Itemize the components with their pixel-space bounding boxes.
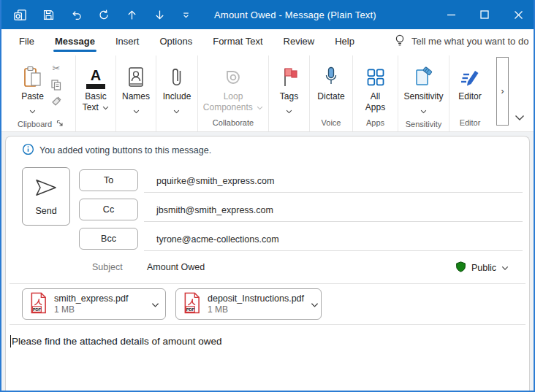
bcc-input[interactable]: tyrone@acme-collections.com (144, 228, 523, 251)
subject-divider (10, 283, 525, 284)
minimize-button[interactable] (434, 0, 468, 29)
ribbon-group-basic-text: A Basic Text (76, 55, 116, 131)
copy-icon[interactable] (49, 78, 64, 91)
editor-pen-icon (459, 60, 481, 89)
cut-icon[interactable]: ✂ (49, 61, 64, 74)
tab-insert[interactable]: Insert (114, 29, 141, 53)
attachment-size: 1 MB (54, 304, 128, 315)
sensitivity-icon (413, 60, 435, 89)
tab-review[interactable]: Review (282, 29, 316, 53)
sensitivity-badge[interactable]: Public (455, 261, 509, 275)
tab-help[interactable]: Help (333, 29, 356, 53)
include-button[interactable]: Include (159, 58, 195, 118)
pdf-icon: PDF (29, 292, 48, 317)
subject-input[interactable]: Amount Owed (147, 262, 205, 272)
tell-me-label: Tell me what you want to do (411, 36, 528, 47)
cc-button[interactable]: Cc (79, 199, 138, 220)
text-cursor (10, 335, 11, 347)
attachment-name: smith_express.pdf (54, 293, 128, 304)
voting-infobar: You added voting buttons to this message… (22, 143, 211, 158)
tab-message[interactable]: Message (53, 29, 96, 53)
compose-area: You added voting buttons to this message… (5, 136, 530, 391)
chevron-down-icon[interactable] (151, 298, 159, 311)
ribbon-group-apps: AllApps Apps (353, 55, 398, 131)
apps-grid-icon (365, 60, 386, 89)
format-painter-icon[interactable] (49, 95, 64, 108)
tell-me-box[interactable]: Tell me what you want to do (394, 34, 528, 49)
save-icon[interactable] (42, 9, 55, 21)
chevron-down-icon (257, 106, 263, 110)
svg-text:PDF: PDF (33, 307, 42, 312)
paperclip-icon (169, 60, 185, 89)
redo-icon[interactable] (98, 9, 110, 21)
paste-button[interactable]: Paste (18, 58, 48, 118)
svg-text:PDF: PDF (186, 307, 195, 312)
maximize-button[interactable] (468, 0, 501, 29)
attachment-name: deposit_Instructions.pdf (208, 293, 304, 304)
to-button[interactable]: To (79, 169, 138, 191)
undo-icon[interactable] (70, 9, 83, 21)
chevron-down-icon (102, 106, 109, 110)
ribbon-more-button[interactable]: › (496, 57, 509, 126)
subject-label: Subject (92, 262, 123, 272)
send-icon (32, 177, 60, 200)
message-body-text: Please find the attached details of amou… (12, 336, 221, 347)
tab-format-text[interactable]: Format Text (211, 29, 264, 53)
chevron-down-icon[interactable] (311, 298, 319, 311)
sensitivity-button[interactable]: Sensitivity (400, 58, 447, 118)
infobar-message: You added voting buttons to this message… (39, 145, 211, 155)
chevron-down-icon (420, 104, 427, 117)
ribbon-tab-bar: File Message Insert Options Format Text … (1, 29, 534, 53)
chevron-down-icon (173, 104, 180, 117)
tab-file[interactable]: File (18, 29, 36, 53)
outlook-app-icon (13, 8, 27, 22)
cc-input[interactable]: jbsmith@smith_express.com (144, 199, 523, 222)
tab-options[interactable]: Options (158, 29, 194, 53)
attachment-card[interactable]: PDF smith_express.pdf 1 MB (22, 288, 166, 320)
message-body[interactable]: Please find the attached details of amou… (10, 335, 221, 347)
shield-icon (455, 261, 466, 275)
chevron-down-icon (29, 104, 36, 117)
info-icon (22, 143, 34, 158)
all-apps-button[interactable]: AllApps (362, 58, 390, 115)
close-button[interactable] (501, 0, 535, 29)
ribbon: Paste ✂ Clipboard (1, 53, 534, 132)
ribbon-group-voice: Dictate Voice (310, 55, 353, 131)
ribbon-group-tags: Tags (269, 55, 310, 131)
voice-group-label: Voice (322, 118, 341, 127)
basic-text-button[interactable]: A Basic Text (79, 58, 113, 115)
move-down-icon[interactable] (153, 9, 166, 21)
tags-button[interactable]: Tags (276, 58, 303, 118)
send-button[interactable]: Send (22, 167, 70, 226)
window-title: Amount Owed - Message (Plain Text) (214, 9, 376, 20)
attachments-divider (10, 324, 525, 325)
microphone-icon (322, 60, 341, 89)
attachment-card[interactable]: PDF deposit_Instructions.pdf 1 MB (175, 288, 322, 320)
apps-group-label: Apps (366, 118, 384, 127)
to-input[interactable]: pquirke@smith_express.com (144, 169, 523, 193)
loop-components-icon (221, 60, 245, 89)
paste-icon (22, 60, 44, 89)
send-label: Send (35, 206, 56, 216)
customize-quick-access-icon[interactable] (181, 10, 191, 20)
sensitivity-group-label: Sensitivity (406, 120, 442, 128)
loop-components-button: Loop Components (200, 58, 267, 115)
bcc-button[interactable]: Bcc (79, 228, 138, 250)
contact-card-icon (126, 60, 145, 89)
sensitivity-badge-label: Public (471, 263, 496, 273)
titlebar: Amount Owed - Message (Plain Text) (0, 0, 535, 29)
move-up-icon[interactable] (126, 9, 138, 21)
clipboard-dialog-launcher-icon[interactable] (56, 120, 64, 128)
editor-button[interactable]: Editor (455, 58, 485, 104)
quick-access-toolbar (13, 8, 191, 22)
collaborate-group-label: Collaborate (213, 118, 254, 127)
editor-group-label: Editor (460, 118, 481, 127)
names-button[interactable]: Names (118, 58, 153, 118)
dictate-button[interactable]: Dictate (314, 58, 348, 104)
collapse-ribbon-icon[interactable] (515, 111, 525, 124)
attachment-size: 1 MB (208, 304, 304, 315)
flag-icon (280, 60, 299, 89)
chevron-down-icon (501, 263, 509, 273)
chevron-down-icon (133, 104, 140, 117)
ribbon-group-names: Names (116, 55, 156, 131)
